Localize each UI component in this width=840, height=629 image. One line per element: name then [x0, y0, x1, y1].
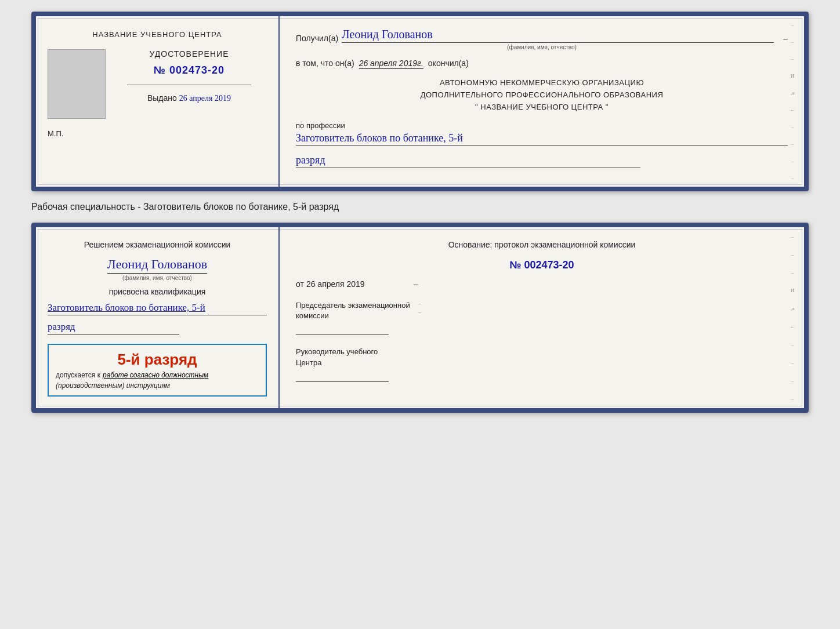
badge-instruction: (производственным) инструкциям: [56, 381, 259, 390]
issued-label: Выдано: [147, 93, 177, 103]
director-sig-line: [296, 372, 389, 382]
doc2-left-panel: Решением экзаменационной комиссии Леонид…: [36, 227, 280, 408]
chairman-label: Председатель экзаменационной: [296, 300, 410, 311]
director-sig-block: Руководитель учебного Центра: [296, 347, 788, 381]
date-prefix: от: [296, 279, 304, 289]
chairman-sig-block: Председатель экзаменационной комиссии – …: [296, 300, 788, 335]
doc2-right-panel: Основание: протокол экзаменационной коми…: [280, 227, 804, 408]
photo-placeholder: [48, 49, 106, 119]
cert-number: № 002473-20: [154, 64, 225, 77]
cert-main-section: УДОСТОВЕРЕНИЕ № 002473-20 Выдано 26 апре…: [48, 49, 267, 119]
badge-allowed-label: допускается к: [56, 371, 100, 379]
profession-block: по профессии Заготовитель блоков по бота…: [296, 121, 788, 146]
profession-label: по профессии: [296, 121, 788, 130]
proto-date-line: от 26 апреля 2019 –: [296, 279, 788, 289]
cert-right-panel: Получил(а) Леонид Голованов – (фамилия, …: [280, 16, 804, 187]
name-subtitle: (фамилия, имя, отчество): [296, 44, 788, 50]
badge-box: 5-й разряд допускается к работе согласно…: [48, 344, 267, 397]
cert-left-panel: НАЗВАНИЕ УЧЕБНОГО ЦЕНТРА УДОСТОВЕРЕНИЕ №…: [36, 16, 280, 187]
divider-1: [127, 85, 251, 85]
chairman-label2: комиссии: [296, 311, 410, 321]
proto-number: № 002473-20: [296, 259, 788, 271]
qual-value: Заготовитель блоков по ботанике, 5-й: [48, 302, 267, 315]
name-sub-2: (фамилия, имя, отчество): [122, 275, 192, 281]
issued-row: Выдано 26 апреля 2019: [147, 93, 231, 103]
rank-value-2: разряд: [48, 321, 179, 335]
rank-value: разряд: [296, 154, 640, 168]
deco-strip-2: – – – И ,а ← – – – –: [787, 227, 798, 408]
received-label: Получил(а): [296, 34, 338, 43]
director-label: Руководитель учебного: [296, 347, 788, 357]
recipient-line: Получил(а) Леонид Голованов –: [296, 28, 788, 43]
certificate-card-1: НАЗВАНИЕ УЧЕБНОГО ЦЕНТРА УДОСТОВЕРЕНИЕ №…: [31, 12, 809, 191]
confirm-line: в том, что он(а) 26 апреля 2019г. окончи…: [296, 59, 788, 69]
issued-date: 26 апреля 2019: [179, 94, 231, 103]
profession-value: Заготовитель блоков по ботанике, 5-й: [296, 132, 788, 146]
org-line1: АВТОНОМНУЮ НЕКОММЕРЧЕСКУЮ ОРГАНИЗАЦИЮ: [296, 77, 788, 89]
recipient-name: Леонид Голованов: [342, 28, 774, 43]
mp-label: М.П.: [48, 129, 63, 138]
chairman-sig-line: [296, 325, 389, 335]
specialty-label: Рабочая специальность - Заготовитель бло…: [31, 202, 809, 212]
certificate-card-2: Решением экзаменационной комиссии Леонид…: [31, 223, 809, 413]
director-label2: Центра: [296, 358, 788, 368]
org-block: АВТОНОМНУЮ НЕКОММЕРЧЕСКУЮ ОРГАНИЗАЦИЮ ДО…: [296, 77, 788, 113]
org-line2: ДОПОЛНИТЕЛЬНОГО ПРОФЕССИОНАЛЬНОГО ОБРАЗО…: [296, 89, 788, 101]
confirm-suffix: окончил(а): [428, 59, 469, 68]
assigned-label: присвоена квалификация: [48, 287, 267, 296]
deco-strip-1: – – – И ,а ← – – – –: [787, 16, 798, 187]
confirm-prefix: в том, что он(а): [296, 59, 354, 68]
org-line3: " НАЗВАНИЕ УЧЕБНОГО ЦЕНТРА ": [296, 101, 788, 114]
badge-rank: 5-й разряд: [56, 351, 259, 369]
person-name: Леонид Голованов: [107, 257, 207, 274]
training-center-title: НАЗВАНИЕ УЧЕБНОГО ЦЕНТРА: [92, 30, 222, 39]
cert-text-col: УДОСТОВЕРЕНИЕ № 002473-20 Выдано 26 апре…: [111, 49, 267, 103]
basis-label: Основание: протокол экзаменационной коми…: [296, 239, 788, 251]
date-value: 26 апреля 2019: [306, 279, 365, 289]
badge-allowed-value: работе согласно должностным: [103, 371, 208, 379]
cert-label: УДОСТОВЕРЕНИЕ: [150, 49, 229, 59]
commission-text: Решением экзаменационной комиссии: [48, 239, 267, 251]
confirm-date: 26 апреля 2019г.: [359, 59, 423, 69]
